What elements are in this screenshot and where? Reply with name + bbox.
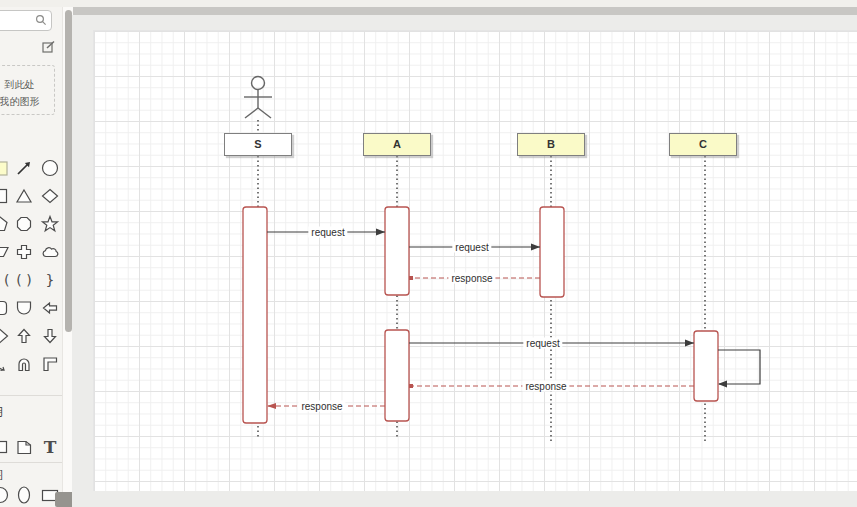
activation-bar[interactable] — [694, 331, 718, 401]
self-message-line[interactable] — [718, 350, 760, 384]
message-label[interactable]: response — [298, 401, 345, 412]
message-label[interactable]: request — [523, 338, 562, 349]
card-shape-icon[interactable] — [0, 437, 10, 457]
sidebar-scrollbar-thumb[interactable] — [65, 10, 72, 332]
block-arrow-left-shape-icon[interactable] — [40, 298, 60, 318]
activation-bar[interactable] — [243, 207, 267, 423]
activation-bar[interactable] — [385, 330, 409, 421]
drop-hint-line2: 我的图形 — [0, 93, 54, 110]
palette-row — [0, 186, 62, 208]
activation-bar[interactable] — [385, 207, 409, 295]
edit-shape-icon[interactable] — [42, 40, 56, 54]
plus-shape-icon[interactable] — [14, 242, 34, 262]
ellipse-shape-icon[interactable] — [14, 485, 34, 505]
lifeline-header-S[interactable]: S — [224, 133, 292, 156]
brace-pair-shape-icon[interactable]: } ( — [0, 270, 10, 290]
diagram-canvas[interactable]: SABCrequestrequestresponserequestrespons… — [72, 15, 857, 507]
d-shape-shape-icon[interactable] — [14, 298, 34, 318]
drop-shapes-hint[interactable]: 到此处 我的图形 — [0, 65, 55, 115]
message-label[interactable]: response — [448, 273, 495, 284]
shape-sidebar: 到此处 我的图形 } (( )}用T图 — [0, 7, 63, 507]
lifeline-header-B[interactable]: B — [517, 133, 585, 156]
sequence-diagram — [72, 15, 857, 507]
message-label[interactable]: request — [452, 242, 491, 253]
note-shape-icon[interactable] — [0, 158, 10, 178]
cloud-shape-icon[interactable] — [40, 242, 60, 262]
lifeline-header-C[interactable]: C — [669, 133, 737, 156]
block-arrow-up-shape-icon[interactable] — [14, 326, 34, 346]
canvas-top-edge — [73, 7, 857, 15]
circle-shape-icon[interactable] — [40, 158, 60, 178]
arrow-ne-shape-icon[interactable] — [14, 158, 34, 178]
message-label[interactable]: response — [522, 381, 569, 392]
palette-row — [0, 158, 62, 180]
rounded-square-shape-icon[interactable] — [0, 298, 10, 318]
section-divider — [0, 395, 62, 396]
curve-arrow-shape-icon[interactable] — [0, 354, 10, 374]
star-shape-icon[interactable] — [40, 214, 60, 234]
block-arrow-down-shape-icon[interactable] — [40, 326, 60, 346]
palette-row-common: T — [0, 437, 62, 459]
square-shape-icon[interactable] — [0, 186, 10, 206]
brace-close-shape-icon[interactable]: } — [40, 270, 60, 290]
parentheses-shape-icon[interactable]: ( ) — [14, 270, 34, 290]
activation-bar[interactable] — [540, 207, 564, 297]
octagon-shape-icon[interactable] — [14, 214, 34, 234]
return-square-end — [409, 384, 413, 388]
self-message-arrowhead — [718, 381, 727, 388]
palette-row — [0, 242, 62, 264]
drop-hint-line1: 到此处 — [0, 76, 54, 93]
sync-arrowhead — [685, 340, 694, 347]
text-shape-icon[interactable]: T — [40, 437, 60, 457]
corner-arrow-shape-icon[interactable] — [40, 354, 60, 374]
section-label: 用 — [0, 405, 3, 420]
palette-row — [0, 326, 62, 348]
diamond-shape-icon[interactable] — [40, 186, 60, 206]
circle-shape-icon[interactable] — [0, 485, 10, 505]
actor-figure[interactable] — [244, 77, 272, 119]
section-label: 图 — [0, 468, 3, 483]
return-arrowhead — [267, 403, 276, 409]
triangle-shape-icon[interactable] — [14, 186, 34, 206]
sync-arrowhead — [531, 244, 540, 251]
u-turn-arrow-shape-icon[interactable] — [14, 354, 34, 374]
palette-row — [0, 354, 62, 376]
lifeline-header-A[interactable]: A — [363, 133, 431, 156]
sync-arrowhead — [376, 229, 385, 236]
search-icon — [35, 14, 47, 26]
palette-row — [0, 214, 62, 236]
document-shape-icon[interactable] — [14, 437, 34, 457]
pentagon-shape-icon[interactable] — [0, 214, 10, 234]
shape-search-input[interactable] — [0, 10, 52, 31]
parallelogram-shape-icon[interactable] — [0, 242, 10, 262]
return-square-end — [409, 276, 413, 280]
small-diamond-shape-icon[interactable] — [0, 326, 10, 346]
palette-row-flow — [0, 485, 62, 507]
message-label[interactable]: request — [308, 227, 347, 238]
section-divider — [0, 462, 62, 463]
palette-row: } (( )} — [0, 270, 62, 292]
palette-row — [0, 298, 62, 320]
